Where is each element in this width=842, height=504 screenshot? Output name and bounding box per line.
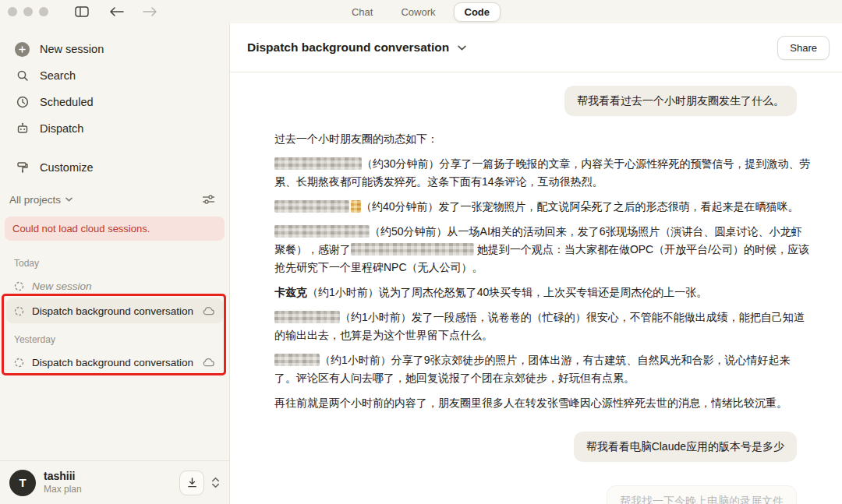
sidebar-item-label: Dispatch <box>40 122 83 135</box>
chevron-down-icon <box>65 197 73 202</box>
user-message-bubble: 帮我看看过去一个小时朋友圈发生了什么。 <box>564 86 797 116</box>
sidebar: New session Search Scheduled Dispatch <box>0 23 230 504</box>
assistant-paragraph: （约30分钟前）分享了一篇扬子晚报的文章，内容关于心源性猝死的预警信号，提到激动… <box>274 155 811 191</box>
clock-icon <box>15 96 30 108</box>
user-footer: T tashiii Max plan <box>0 460 229 504</box>
filter-sliders-icon[interactable] <box>203 195 214 204</box>
spinner-icon <box>14 306 24 316</box>
user-name: tashiii <box>44 470 82 484</box>
conversation: 帮我看看过去一个小时朋友圈发生了什么。过去一个小时朋友圈的动态如下：（约30分钟… <box>230 72 842 504</box>
redacted-name <box>274 311 340 323</box>
traffic-lights <box>8 7 48 16</box>
assistant-paragraph: 过去一个小时朋友圈的动态如下： <box>274 130 811 148</box>
user-message-row: 帮我看看电脑Claude应用的版本号是多少 <box>274 432 811 462</box>
title-chevron-down-icon[interactable] <box>458 45 466 51</box>
assistant-paragraph: （约50分钟前）从一场AI相关的活动回来，发了6张现场照片（演讲台、圆桌讨论、小… <box>274 223 811 277</box>
forward-arrow-icon[interactable] <box>142 7 157 16</box>
paint-roller-icon <box>15 161 30 174</box>
assistant-message: 过去一个小时朋友圈的动态如下：（约30分钟前）分享了一篇扬子晚报的文章，内容关于… <box>274 130 811 419</box>
main-panel: Dispatch background conversation Share 帮… <box>230 23 842 504</box>
sidebar-item-customize[interactable]: Customize <box>6 154 223 181</box>
session-item-label: Dispatch background conversation <box>32 305 193 317</box>
session-item-new-session[interactable]: New session <box>6 273 223 298</box>
assistant-paragraph: （约1小时前）分享了9张京郊徒步的照片，团体出游，有古建筑、自然风光和合影，说心… <box>274 351 811 387</box>
session-item-label: Dispatch background conversation <box>32 357 193 368</box>
redacted-name <box>274 225 370 238</box>
user-message-row: 帮我看看过去一个小时朋友圈发生了什么。 <box>274 86 811 116</box>
spinner-icon <box>14 358 24 368</box>
session-item-dispatch-today[interactable]: Dispatch background conversation <box>6 298 223 323</box>
user-plan: Max plan <box>44 484 82 495</box>
assistant-paragraph: （约40分钟前）发了一张宠物照片，配文说阿朵死了之后的形态很萌，看起来是在晒猫咪… <box>274 198 811 216</box>
assistant-paragraph: （约1小时前）发了一段感悟，说卷卷的（忙碌的）很安心，不管能不能做出成绩，能把自… <box>274 308 811 344</box>
page-title: Dispatch background conversation <box>247 41 449 55</box>
redacted-name <box>274 200 349 213</box>
mode-tabs: Chat Cowork Code <box>341 2 501 22</box>
user-message-bubble-pending: 帮我找一下今晚上电脑的录屏文件 <box>607 485 797 504</box>
download-icon <box>186 477 198 488</box>
sidebar-item-search[interactable]: Search <box>6 62 223 89</box>
sidebar-item-scheduled[interactable]: Scheduled <box>6 89 223 115</box>
sidebar-item-label: Search <box>40 69 76 82</box>
contact-name: 卡兹克 <box>274 286 307 298</box>
tab-code[interactable]: Code <box>454 2 501 22</box>
section-label-today: Today <box>14 258 215 269</box>
cloud-sessions-error: Could not load cloud sessions. <box>5 217 225 241</box>
assistant-paragraph: 再往前就是两个小时前的内容了，朋友圈里很多人在转发张雪峰因心源性猝死去世的消息，… <box>274 394 811 412</box>
redacted-emoji <box>351 200 361 213</box>
chevron-up-down-icon[interactable] <box>211 476 220 489</box>
robot-icon <box>15 122 30 135</box>
projects-filter[interactable]: All projects <box>0 187 229 212</box>
assistant-paragraph: 卡兹克（约1小时前）说为了周杰伦怒氪了40块买专辑，上次买专辑还是周杰伦的上一张… <box>274 284 811 301</box>
search-icon <box>15 69 30 82</box>
plus-circle-icon <box>15 42 30 57</box>
spinner-icon <box>14 281 24 291</box>
conversation-header: Dispatch background conversation Share <box>230 23 842 72</box>
user-message-bubble: 帮我看看电脑Claude应用的版本号是多少 <box>574 432 797 462</box>
zoom-window-button[interactable] <box>39 7 48 16</box>
redacted-name <box>274 157 362 170</box>
projects-filter-label: All projects <box>9 194 61 206</box>
sidebar-item-new-session[interactable]: New session <box>6 36 223 62</box>
tab-cowork[interactable]: Cowork <box>391 3 445 21</box>
sidebar-nav: New session Search Scheduled Dispatch <box>0 23 229 142</box>
cloud-icon <box>202 306 215 315</box>
sidebar-toggle-icon[interactable] <box>75 6 89 17</box>
user-message-row: 帮我找一下今晚上电脑的录屏文件 <box>274 485 811 504</box>
session-item-dispatch-yesterday[interactable]: Dispatch background conversation <box>6 350 223 375</box>
sidebar-item-label: Scheduled <box>40 96 94 108</box>
sidebar-item-label: New session <box>40 43 104 55</box>
minimize-window-button[interactable] <box>23 7 33 16</box>
close-window-button[interactable] <box>8 7 17 16</box>
session-item-label: New session <box>32 280 92 292</box>
window-titlebar: Chat Cowork Code <box>0 0 842 23</box>
section-label-yesterday: Yesterday <box>14 334 215 345</box>
sidebar-item-dispatch[interactable]: Dispatch <box>6 115 223 142</box>
tab-chat[interactable]: Chat <box>341 3 383 21</box>
download-button[interactable] <box>179 471 204 495</box>
sidebar-item-label: Customize <box>40 161 94 174</box>
redacted-name <box>274 354 320 366</box>
cloud-icon <box>202 358 215 367</box>
avatar[interactable]: T <box>9 470 36 496</box>
share-button[interactable]: Share <box>777 36 830 60</box>
back-arrow-icon[interactable] <box>109 7 125 16</box>
redacted-name <box>351 243 474 256</box>
